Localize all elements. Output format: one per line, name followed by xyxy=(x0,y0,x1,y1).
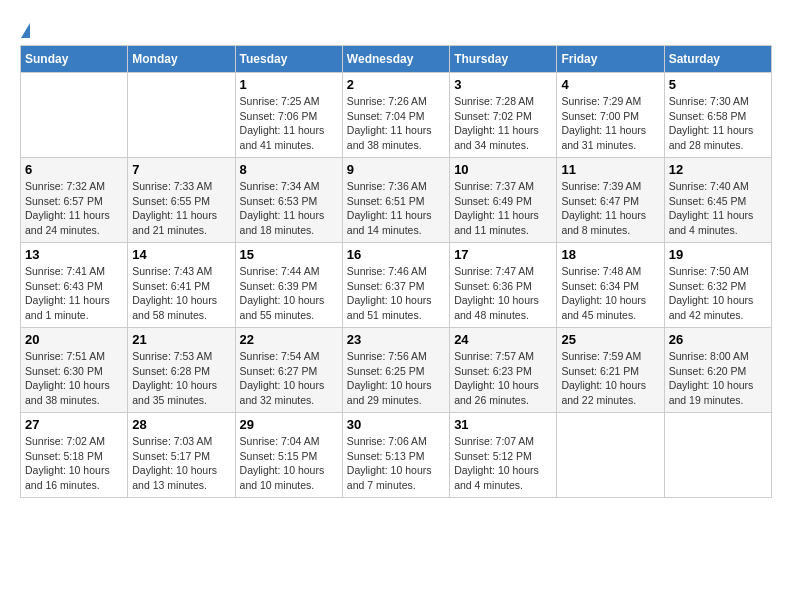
day-info: Sunrise: 7:53 AMSunset: 6:28 PMDaylight:… xyxy=(132,349,230,408)
day-cell: 8Sunrise: 7:34 AMSunset: 6:53 PMDaylight… xyxy=(235,158,342,243)
day-info: Sunrise: 7:04 AMSunset: 5:15 PMDaylight:… xyxy=(240,434,338,493)
day-info: Sunrise: 7:37 AMSunset: 6:49 PMDaylight:… xyxy=(454,179,552,238)
day-cell: 30Sunrise: 7:06 AMSunset: 5:13 PMDayligh… xyxy=(342,413,449,498)
day-number: 20 xyxy=(25,332,123,347)
day-cell: 21Sunrise: 7:53 AMSunset: 6:28 PMDayligh… xyxy=(128,328,235,413)
day-info: Sunrise: 7:41 AMSunset: 6:43 PMDaylight:… xyxy=(25,264,123,323)
day-info: Sunrise: 7:36 AMSunset: 6:51 PMDaylight:… xyxy=(347,179,445,238)
day-number: 2 xyxy=(347,77,445,92)
day-cell: 31Sunrise: 7:07 AMSunset: 5:12 PMDayligh… xyxy=(450,413,557,498)
day-header-friday: Friday xyxy=(557,46,664,73)
day-number: 6 xyxy=(25,162,123,177)
day-cell: 19Sunrise: 7:50 AMSunset: 6:32 PMDayligh… xyxy=(664,243,771,328)
day-info: Sunrise: 7:06 AMSunset: 5:13 PMDaylight:… xyxy=(347,434,445,493)
day-cell: 10Sunrise: 7:37 AMSunset: 6:49 PMDayligh… xyxy=(450,158,557,243)
week-row-4: 20Sunrise: 7:51 AMSunset: 6:30 PMDayligh… xyxy=(21,328,772,413)
day-header-wednesday: Wednesday xyxy=(342,46,449,73)
day-cell: 23Sunrise: 7:56 AMSunset: 6:25 PMDayligh… xyxy=(342,328,449,413)
day-cell: 22Sunrise: 7:54 AMSunset: 6:27 PMDayligh… xyxy=(235,328,342,413)
day-info: Sunrise: 7:57 AMSunset: 6:23 PMDaylight:… xyxy=(454,349,552,408)
day-number: 12 xyxy=(669,162,767,177)
day-info: Sunrise: 7:56 AMSunset: 6:25 PMDaylight:… xyxy=(347,349,445,408)
day-header-monday: Monday xyxy=(128,46,235,73)
day-info: Sunrise: 7:54 AMSunset: 6:27 PMDaylight:… xyxy=(240,349,338,408)
day-number: 3 xyxy=(454,77,552,92)
day-cell: 24Sunrise: 7:57 AMSunset: 6:23 PMDayligh… xyxy=(450,328,557,413)
day-info: Sunrise: 7:33 AMSunset: 6:55 PMDaylight:… xyxy=(132,179,230,238)
day-number: 25 xyxy=(561,332,659,347)
day-number: 21 xyxy=(132,332,230,347)
day-number: 23 xyxy=(347,332,445,347)
day-info: Sunrise: 8:00 AMSunset: 6:20 PMDaylight:… xyxy=(669,349,767,408)
day-info: Sunrise: 7:48 AMSunset: 6:34 PMDaylight:… xyxy=(561,264,659,323)
day-cell: 26Sunrise: 8:00 AMSunset: 6:20 PMDayligh… xyxy=(664,328,771,413)
day-cell: 13Sunrise: 7:41 AMSunset: 6:43 PMDayligh… xyxy=(21,243,128,328)
day-number: 8 xyxy=(240,162,338,177)
day-cell xyxy=(21,73,128,158)
day-number: 28 xyxy=(132,417,230,432)
day-cell: 2Sunrise: 7:26 AMSunset: 7:04 PMDaylight… xyxy=(342,73,449,158)
day-cell: 15Sunrise: 7:44 AMSunset: 6:39 PMDayligh… xyxy=(235,243,342,328)
day-info: Sunrise: 7:59 AMSunset: 6:21 PMDaylight:… xyxy=(561,349,659,408)
day-number: 27 xyxy=(25,417,123,432)
day-cell: 27Sunrise: 7:02 AMSunset: 5:18 PMDayligh… xyxy=(21,413,128,498)
day-number: 30 xyxy=(347,417,445,432)
day-info: Sunrise: 7:28 AMSunset: 7:02 PMDaylight:… xyxy=(454,94,552,153)
day-info: Sunrise: 7:25 AMSunset: 7:06 PMDaylight:… xyxy=(240,94,338,153)
day-info: Sunrise: 7:43 AMSunset: 6:41 PMDaylight:… xyxy=(132,264,230,323)
day-number: 14 xyxy=(132,247,230,262)
day-info: Sunrise: 7:03 AMSunset: 5:17 PMDaylight:… xyxy=(132,434,230,493)
day-number: 11 xyxy=(561,162,659,177)
day-info: Sunrise: 7:30 AMSunset: 6:58 PMDaylight:… xyxy=(669,94,767,153)
day-cell: 28Sunrise: 7:03 AMSunset: 5:17 PMDayligh… xyxy=(128,413,235,498)
day-number: 26 xyxy=(669,332,767,347)
day-cell: 29Sunrise: 7:04 AMSunset: 5:15 PMDayligh… xyxy=(235,413,342,498)
week-row-1: 1Sunrise: 7:25 AMSunset: 7:06 PMDaylight… xyxy=(21,73,772,158)
day-cell: 1Sunrise: 7:25 AMSunset: 7:06 PMDaylight… xyxy=(235,73,342,158)
day-cell: 18Sunrise: 7:48 AMSunset: 6:34 PMDayligh… xyxy=(557,243,664,328)
day-cell: 14Sunrise: 7:43 AMSunset: 6:41 PMDayligh… xyxy=(128,243,235,328)
day-cell: 17Sunrise: 7:47 AMSunset: 6:36 PMDayligh… xyxy=(450,243,557,328)
day-number: 31 xyxy=(454,417,552,432)
day-info: Sunrise: 7:39 AMSunset: 6:47 PMDaylight:… xyxy=(561,179,659,238)
day-cell: 11Sunrise: 7:39 AMSunset: 6:47 PMDayligh… xyxy=(557,158,664,243)
day-info: Sunrise: 7:07 AMSunset: 5:12 PMDaylight:… xyxy=(454,434,552,493)
day-number: 7 xyxy=(132,162,230,177)
day-info: Sunrise: 7:44 AMSunset: 6:39 PMDaylight:… xyxy=(240,264,338,323)
day-cell: 25Sunrise: 7:59 AMSunset: 6:21 PMDayligh… xyxy=(557,328,664,413)
day-header-saturday: Saturday xyxy=(664,46,771,73)
day-number: 13 xyxy=(25,247,123,262)
day-cell: 4Sunrise: 7:29 AMSunset: 7:00 PMDaylight… xyxy=(557,73,664,158)
day-cell: 20Sunrise: 7:51 AMSunset: 6:30 PMDayligh… xyxy=(21,328,128,413)
day-info: Sunrise: 7:02 AMSunset: 5:18 PMDaylight:… xyxy=(25,434,123,493)
day-number: 1 xyxy=(240,77,338,92)
week-row-5: 27Sunrise: 7:02 AMSunset: 5:18 PMDayligh… xyxy=(21,413,772,498)
week-row-3: 13Sunrise: 7:41 AMSunset: 6:43 PMDayligh… xyxy=(21,243,772,328)
day-number: 29 xyxy=(240,417,338,432)
day-cell: 5Sunrise: 7:30 AMSunset: 6:58 PMDaylight… xyxy=(664,73,771,158)
logo xyxy=(20,20,30,35)
day-info: Sunrise: 7:32 AMSunset: 6:57 PMDaylight:… xyxy=(25,179,123,238)
day-number: 5 xyxy=(669,77,767,92)
calendar-header-row: SundayMondayTuesdayWednesdayThursdayFrid… xyxy=(21,46,772,73)
day-info: Sunrise: 7:34 AMSunset: 6:53 PMDaylight:… xyxy=(240,179,338,238)
day-header-sunday: Sunday xyxy=(21,46,128,73)
day-cell: 9Sunrise: 7:36 AMSunset: 6:51 PMDaylight… xyxy=(342,158,449,243)
day-info: Sunrise: 7:46 AMSunset: 6:37 PMDaylight:… xyxy=(347,264,445,323)
day-cell: 6Sunrise: 7:32 AMSunset: 6:57 PMDaylight… xyxy=(21,158,128,243)
day-cell: 16Sunrise: 7:46 AMSunset: 6:37 PMDayligh… xyxy=(342,243,449,328)
day-number: 16 xyxy=(347,247,445,262)
day-cell xyxy=(664,413,771,498)
day-info: Sunrise: 7:50 AMSunset: 6:32 PMDaylight:… xyxy=(669,264,767,323)
day-info: Sunrise: 7:40 AMSunset: 6:45 PMDaylight:… xyxy=(669,179,767,238)
day-cell xyxy=(557,413,664,498)
week-row-2: 6Sunrise: 7:32 AMSunset: 6:57 PMDaylight… xyxy=(21,158,772,243)
day-cell: 3Sunrise: 7:28 AMSunset: 7:02 PMDaylight… xyxy=(450,73,557,158)
day-number: 18 xyxy=(561,247,659,262)
logo-triangle-icon xyxy=(21,23,30,38)
day-number: 4 xyxy=(561,77,659,92)
day-number: 17 xyxy=(454,247,552,262)
calendar-table: SundayMondayTuesdayWednesdayThursdayFrid… xyxy=(20,45,772,498)
day-header-tuesday: Tuesday xyxy=(235,46,342,73)
day-info: Sunrise: 7:26 AMSunset: 7:04 PMDaylight:… xyxy=(347,94,445,153)
